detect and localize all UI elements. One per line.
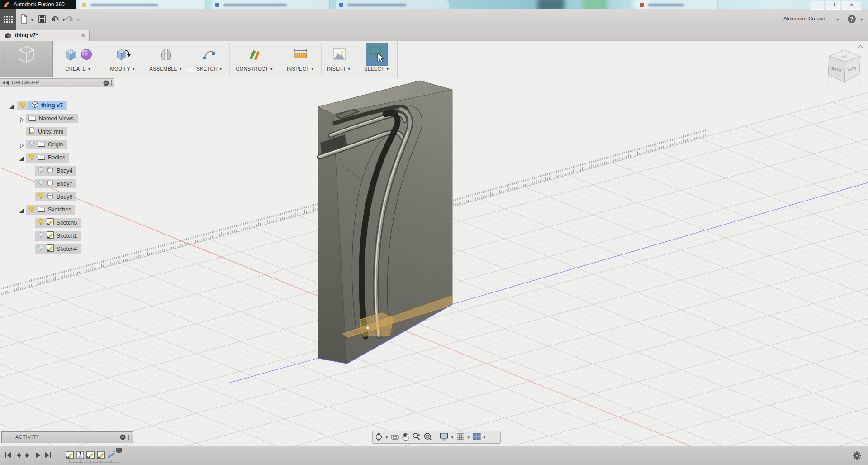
app-grid-button[interactable] (0, 9, 16, 30)
restore-button[interactable]: ❐ (826, 1, 840, 10)
select-icon[interactable] (357, 43, 397, 66)
display-settings-button[interactable]: ▼ (440, 432, 454, 442)
panel-caret-icon[interactable]: ▼ (87, 67, 91, 71)
browser-options-icon[interactable] (103, 80, 109, 86)
browser-tree-row[interactable]: Sketch5 (0, 218, 81, 228)
panel-caret-icon[interactable]: ▼ (386, 67, 389, 71)
ribbon-panel-assemble[interactable]: ASSEMBLE▼ (142, 41, 190, 78)
undo-caret-icon[interactable]: ▼ (62, 18, 66, 22)
display-settings-caret-icon[interactable]: ▼ (451, 436, 454, 440)
step-forward-button[interactable] (24, 452, 32, 460)
tree-expanded-arrow-icon[interactable] (9, 103, 14, 111)
orbit-button[interactable]: ▼ (375, 432, 389, 443)
visibility-bulb-on-icon[interactable] (28, 206, 35, 214)
construct-icon[interactable] (229, 43, 280, 66)
user-menu-caret-icon[interactable]: ▼ (836, 18, 840, 22)
document-tab[interactable]: thing v7* ✕ (0, 30, 90, 41)
browser-tree-row[interactable]: Sketch4 (0, 244, 81, 254)
play-button[interactable] (34, 452, 42, 460)
step-back-button[interactable] (14, 452, 22, 460)
user-account-menu[interactable]: Alexander Crease (783, 16, 825, 21)
tree-collapsed-arrow-icon[interactable] (19, 116, 24, 124)
ribbon-panel-sketch[interactable]: SKETCH▼ (190, 41, 229, 78)
fit-button[interactable] (423, 432, 432, 442)
help-button[interactable]: ? (848, 15, 856, 23)
visibility-bulb-on-icon[interactable] (19, 101, 26, 110)
inspect-icon[interactable] (280, 43, 321, 66)
ribbon-panel-construct[interactable]: CONSTRUCT▼ (229, 41, 280, 78)
settings-gear-icon[interactable] (853, 451, 861, 460)
file-menu-icon[interactable] (20, 14, 28, 24)
browser-tree-row[interactable]: Body7 (0, 179, 76, 189)
visibility-bulb-off-icon[interactable] (38, 232, 44, 240)
visibility-bulb-on-icon[interactable] (28, 153, 35, 162)
tree-expanded-arrow-icon[interactable] (19, 207, 24, 215)
workspace-selector[interactable]: MODEL▼ (0, 41, 53, 77)
look-at-icon (391, 433, 399, 442)
minimize-button[interactable]: — (811, 1, 824, 10)
undo-icon[interactable] (51, 14, 59, 23)
browser-tree-row[interactable]: Units: mm (0, 127, 67, 137)
viewports-button[interactable]: ▼ (473, 433, 486, 442)
modify-icon[interactable] (104, 43, 142, 66)
save-icon[interactable] (38, 14, 46, 24)
close-button[interactable]: ✕ (842, 1, 861, 10)
browser-tree-row[interactable]: Sketch1 (0, 231, 81, 241)
visibility-bulb-off-icon[interactable] (38, 167, 44, 175)
panel-caret-icon[interactable]: ▼ (311, 67, 314, 71)
zoom-button[interactable]: ± (412, 432, 421, 442)
look-at-button[interactable] (391, 433, 399, 442)
app-grid-icon (4, 16, 13, 23)
browser-tree-row[interactable]: Bodies (0, 153, 69, 163)
grid-settings-button[interactable]: ▼ (456, 433, 470, 442)
browser-tree-row[interactable]: thing v7 (0, 101, 67, 110)
browser-tree-row[interactable]: Origin (0, 139, 67, 149)
visibility-bulb-off-icon[interactable] (28, 140, 35, 149)
activity-panel[interactable]: ACTIVITY (1, 431, 133, 443)
viewports-caret-icon[interactable]: ▼ (483, 436, 486, 440)
assemble-icon[interactable] (142, 43, 190, 66)
activity-options-icon[interactable] (120, 434, 126, 440)
tab-close-icon[interactable]: ✕ (81, 32, 85, 38)
background-browser-window (76, 0, 868, 9)
go-to-start-button[interactable] (5, 452, 12, 460)
insert-icon[interactable] (321, 43, 357, 66)
browser-tree-row[interactable]: Body6 (0, 192, 76, 202)
file-menu-caret-icon[interactable]: ▼ (30, 18, 34, 22)
browser-tree-row[interactable]: Named Views (0, 114, 78, 124)
grid-settings-caret-icon[interactable]: ▼ (467, 436, 470, 440)
visibility-bulb-off-icon[interactable] (38, 244, 44, 253)
browser-tree-row[interactable]: Sketches (0, 205, 75, 215)
panel-caret-icon[interactable]: ▼ (179, 67, 182, 71)
timeline-playhead[interactable] (114, 448, 124, 463)
timeline-bar (0, 446, 868, 465)
ribbon-panel-select[interactable]: SELECT▼ (357, 41, 397, 78)
panel-caret-icon[interactable]: ▼ (347, 67, 351, 71)
browser-resize-grip[interactable] (111, 80, 114, 86)
pan-button[interactable] (402, 432, 410, 442)
visibility-bulb-on-icon[interactable] (38, 219, 44, 227)
panel-label: MODIFY (110, 66, 131, 72)
origin-marker[interactable] (366, 326, 370, 330)
panel-caret-icon[interactable]: ▼ (270, 67, 273, 71)
tree-expanded-arrow-icon[interactable] (19, 155, 24, 163)
visibility-bulb-off-icon[interactable] (38, 179, 44, 188)
activity-resize-grip[interactable] (128, 435, 131, 440)
panel-caret-icon[interactable]: ▼ (219, 67, 223, 71)
create-icon[interactable] (53, 43, 104, 66)
redo-caret-icon[interactable]: ▼ (76, 18, 80, 22)
browser-tree-row[interactable]: Body4 (0, 166, 76, 176)
help-caret-icon[interactable]: ▼ (860, 18, 863, 22)
go-to-end-button[interactable] (44, 452, 52, 460)
orbit-caret-icon[interactable]: ▼ (385, 436, 389, 440)
redo-icon[interactable] (66, 14, 74, 23)
tree-collapsed-arrow-icon[interactable] (19, 142, 24, 150)
panel-caret-icon[interactable]: ▼ (132, 67, 135, 71)
ribbon-panel-insert[interactable]: INSERT▼ (321, 41, 357, 78)
ribbon-panel-inspect[interactable]: INSPECT▼ (280, 41, 321, 78)
sketch-icon[interactable] (190, 43, 229, 66)
collapse-browser-icon[interactable] (3, 81, 9, 85)
ribbon-panel-modify[interactable]: MODIFY▼ (104, 41, 142, 78)
ribbon-panel-create[interactable]: CREATE▼ (53, 41, 104, 78)
visibility-bulb-on-icon[interactable] (38, 192, 44, 201)
